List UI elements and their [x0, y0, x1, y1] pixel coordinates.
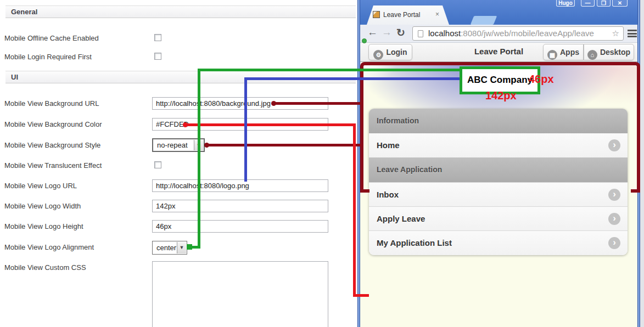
- callout-frame-foot-right: [631, 189, 640, 193]
- minimize-button[interactable]: —: [581, 0, 595, 7]
- apps-button[interactable]: ▦Apps: [543, 44, 584, 60]
- translucent-label: Mobile View Translucent Effect: [4, 161, 102, 170]
- logo-url-input[interactable]: [152, 179, 328, 192]
- bg-color-callout-line-v: [353, 123, 356, 297]
- home-icon: ⌂: [587, 50, 597, 60]
- offline-cache-checkbox[interactable]: [154, 34, 161, 41]
- logo-align-select[interactable]: center ▼: [152, 241, 187, 255]
- gear-icon: ⚙: [373, 50, 383, 60]
- bookmark-star-icon[interactable]: ☆: [612, 27, 619, 40]
- maximize-icon: ❐: [601, 0, 606, 6]
- url-path: :8080/jw/web/mobile/leaveApp/leave: [461, 29, 594, 38]
- bg-style-select[interactable]: no-repeat ▼: [152, 138, 205, 152]
- offline-cache-label: Mobile Offline Cache Enabled: [4, 34, 99, 42]
- logo-width-input[interactable]: [152, 200, 328, 212]
- login-required-label: Mobile Login Required First: [4, 53, 92, 61]
- browser-toolbar: ← → ↻ localhost:8080/jw/web/mobile/leave…: [360, 25, 637, 43]
- login-required-checkbox[interactable]: [154, 53, 161, 60]
- section-header-general: General: [5, 5, 356, 18]
- bg-url-callout-line: [273, 102, 361, 105]
- forward-icon[interactable]: →: [382, 26, 392, 38]
- tab-title: Leave Portal: [383, 11, 420, 19]
- logo-height-label: Mobile View Logo Height: [4, 222, 83, 230]
- logo-align-callout-line-h: [198, 69, 462, 71]
- url-host: localhost: [428, 29, 461, 38]
- bg-style-callout-line: [206, 144, 361, 146]
- menu-item-my-application-list[interactable]: My Application List ›: [369, 230, 628, 255]
- status-dot: [362, 38, 367, 43]
- grid-icon: ▦: [547, 50, 557, 60]
- screen: General Mobile Offline Cache Enabled Mob…: [0, 0, 644, 327]
- address-bar[interactable]: localhost:8080/jw/web/mobile/leaveApp/le…: [412, 26, 624, 41]
- app-title: Leave Portal: [474, 47, 523, 56]
- logo-height-input[interactable]: [152, 220, 328, 233]
- menu-item-label: My Application List: [377, 238, 452, 247]
- menu-icon[interactable]: [628, 30, 637, 39]
- favicon: [373, 11, 380, 18]
- desktop-label: Desktop: [600, 48, 630, 57]
- callout-frame-foot-left: [360, 189, 369, 193]
- bg-style-label: Mobile View Background Style: [4, 141, 100, 149]
- logo-align-selected-value: center: [156, 244, 176, 252]
- settings-panel: General Mobile Offline Cache Enabled Mob…: [0, 0, 357, 327]
- chevron-right-icon: ›: [608, 237, 620, 249]
- menu-item-apply-leave[interactable]: Apply Leave ›: [369, 206, 628, 230]
- logo-height-annotation: 46px: [529, 73, 554, 86]
- logo-width-label: Mobile View Logo Width: [4, 202, 81, 210]
- login-button[interactable]: ⚙Login: [368, 44, 412, 60]
- back-icon[interactable]: ←: [367, 26, 378, 38]
- new-tab-button[interactable]: [471, 16, 497, 25]
- browser-tab[interactable]: Leave Portal ×: [367, 5, 449, 25]
- bg-color-label: Mobile View Background Color: [4, 120, 102, 128]
- bg-url-label: Mobile View Background URL: [4, 99, 99, 108]
- bg-color-callout-line-h: [184, 123, 356, 126]
- app-header: ⚙Login Leave Portal ▦Apps ⌂Desktop: [360, 43, 637, 62]
- url-text: localhost:8080/jw/web/mobile/leaveApp/le…: [428, 27, 594, 40]
- app-logo: ABC Company: [467, 75, 533, 85]
- logo-align-label: Mobile View Logo Alignment: [4, 243, 94, 251]
- apps-label: Apps: [560, 48, 579, 57]
- logo-url-callout-line-h: [244, 77, 463, 80]
- tab-close-icon[interactable]: ×: [435, 10, 439, 18]
- desktop-background: [640, 0, 644, 327]
- profile-button[interactable]: Hugo: [556, 0, 575, 7]
- chevron-down-icon: ▼: [177, 242, 186, 253]
- bg-color-callout-line-foot: [353, 294, 369, 297]
- maximize-button[interactable]: ❐: [597, 0, 611, 7]
- page-icon: [418, 30, 423, 37]
- close-button[interactable]: ✕: [612, 0, 628, 7]
- minimize-icon: —: [585, 0, 591, 6]
- translucent-checkbox[interactable]: [154, 161, 161, 168]
- desktop-button[interactable]: ⌂Desktop: [584, 44, 634, 60]
- close-icon: ✕: [618, 0, 622, 6]
- logo-align-callout-line-v: [198, 69, 200, 249]
- logo-url-callout-line-v: [244, 77, 247, 182]
- bg-style-selected-value: no-repeat: [157, 141, 188, 149]
- logo-width-annotation: 142px: [485, 89, 517, 102]
- custom-css-textarea[interactable]: [152, 261, 328, 327]
- custom-css-label: Mobile View Custom CSS: [4, 263, 86, 272]
- login-label: Login: [386, 48, 407, 57]
- menu-item-label: Apply Leave: [377, 214, 425, 223]
- reload-icon[interactable]: ↻: [396, 26, 405, 39]
- logo-url-label: Mobile View Logo URL: [4, 182, 77, 190]
- chevron-right-icon: ›: [608, 213, 620, 225]
